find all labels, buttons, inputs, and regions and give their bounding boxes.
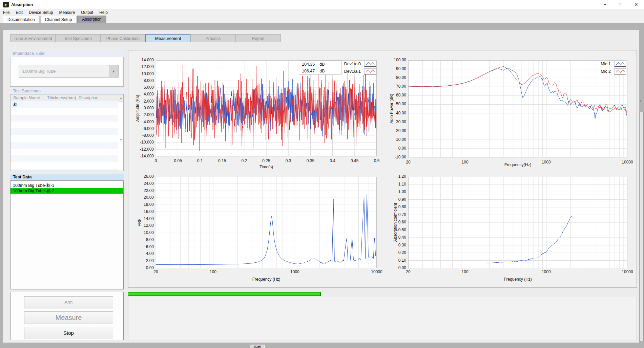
waveform-glyph-icon	[364, 61, 376, 67]
axis-tick: -10.00	[384, 155, 406, 159]
axis-tick: -4.000	[131, 119, 154, 124]
axis-tick: 0.2	[231, 158, 258, 163]
menu-file[interactable]: File	[0, 9, 13, 16]
axis-tick: -2.000	[131, 112, 154, 117]
axis-tick: 40.00	[384, 111, 406, 115]
level-readout-unit: dB	[319, 62, 325, 67]
legend-label: Mic 1	[601, 62, 611, 66]
level-readout-unit: dB	[319, 69, 325, 73]
axis-tick: 2.000	[131, 99, 154, 104]
test-data-header: Test Data	[10, 174, 124, 180]
menu-edit[interactable]: Edit	[13, 9, 26, 16]
y-axis-label: Auto Power (dB)	[389, 94, 394, 124]
axis-tick: 0.00	[384, 265, 406, 270]
subtab-report[interactable]: Report	[235, 34, 281, 42]
level-readout-value: 106.47	[302, 69, 315, 73]
y-axis-label: FRF	[137, 218, 142, 226]
axis-tick: -6.000	[131, 126, 154, 131]
menu-measure[interactable]: Measure	[56, 9, 78, 16]
subtab-test-specimen[interactable]: Test Specimen	[55, 34, 101, 42]
window-title: Absorption	[11, 2, 33, 7]
axis-tick: 0.1	[186, 158, 213, 163]
axis-tick: 100.00	[384, 58, 406, 62]
axis-tick: 4.00	[131, 251, 154, 256]
test-data-list: 100mm Big Tube-棉-1 100mm Big Tube-棉-2	[10, 180, 124, 289]
legend-entry[interactable]: Dev1/ai0	[344, 60, 376, 68]
plot-area	[156, 60, 377, 156]
axis-tick: 8.000	[131, 78, 154, 83]
close-button[interactable]: ✕	[628, 0, 644, 9]
progress-bar	[128, 292, 321, 296]
axis-tick: 70.00	[384, 84, 406, 89]
list-item-selected[interactable]: 100mm Big Tube-棉-2	[11, 188, 123, 194]
axis-tick: 12.000	[131, 64, 154, 69]
axis-tick: 0.45	[341, 158, 368, 163]
maximize-button[interactable]: □	[613, 0, 628, 9]
list-item[interactable]: 100mm Big Tube-棉-1	[11, 183, 123, 188]
axis-tick: 0.10	[384, 258, 406, 263]
legend-entry[interactable]: Dev1/ai1	[344, 68, 376, 75]
tube-select-dropdown[interactable]: 100mm Big Tube ▼	[19, 65, 119, 78]
subtab-tube-environment[interactable]: Tube & Environment	[10, 34, 56, 42]
axis-tick: -14.000	[131, 154, 154, 158]
stop-button[interactable]: Stop	[24, 327, 113, 339]
measure-button[interactable]: Measure	[24, 311, 113, 324]
level-readout-value: 104.35	[302, 62, 315, 67]
test-specimen-header: Test Specimen	[10, 88, 124, 94]
title-bar: ▶ Absorption − □ ✕	[0, 0, 644, 9]
table-rows-background	[11, 101, 118, 171]
axis-tick: 22.00	[131, 188, 154, 193]
table-row[interactable]: 棉	[11, 101, 18, 108]
axis-tick: 0	[142, 158, 169, 163]
axis-tick: 100	[200, 269, 227, 274]
tab-documentation[interactable]: Documentation	[3, 16, 40, 23]
tab-channel-setup[interactable]: Channel Setup	[40, 16, 77, 23]
waveform-glyph-icon	[614, 61, 626, 67]
main-tab-bar: Documentation Channel Setup Absorption	[0, 16, 644, 23]
axis-tick: 0.4	[319, 158, 346, 163]
legend-label: Dev1/ai1	[344, 69, 361, 74]
scroll-up-icon[interactable]: ▲	[120, 96, 122, 100]
plot-area	[408, 60, 627, 157]
dropdown-arrow-icon[interactable]: ▼	[109, 65, 118, 77]
axis-tick: 4.000	[131, 92, 154, 96]
column-sample-name: Sample Name	[11, 94, 44, 101]
menu-help[interactable]: Help	[96, 9, 111, 16]
subtab-measurement[interactable]: Measurement	[145, 34, 191, 42]
y-axis-label: Amplitude (Pa)	[135, 95, 140, 122]
y-axis-label: Absorption coefficient	[393, 203, 398, 242]
legend-entry[interactable]: Mic 1	[601, 60, 626, 68]
axis-tick: 2.00	[131, 258, 154, 263]
axis-tick: 10.000	[131, 71, 154, 76]
menu-device-setup[interactable]: Device Setup	[26, 9, 56, 16]
axis-tick: 10000	[614, 269, 641, 274]
absorption-page: Tube & Environment Test Specimen Phase C…	[3, 30, 639, 343]
subtab-process[interactable]: Process	[190, 34, 236, 42]
legend-entry[interactable]: Mic 2	[601, 68, 626, 75]
minimize-button[interactable]: −	[597, 0, 613, 9]
play-arrow-icon: ▶	[5, 3, 7, 6]
collapse-arrow-icon[interactable]: ‹	[640, 99, 641, 104]
absorption-coefficient-chart: Absorption coefficient Frequency (Hz) 1.…	[386, 167, 632, 282]
axis-tick: 12.00	[131, 223, 154, 228]
axis-tick: 0.000	[131, 106, 154, 110]
test-specimen-table: Sample Name Thickness(mm) Discription 棉 …	[10, 94, 124, 171]
arm-button[interactable]: Arm	[24, 296, 113, 308]
vertical-scrollbar-thumb[interactable]	[640, 112, 644, 341]
waveform-glyph-icon	[364, 68, 376, 74]
menu-output[interactable]: Output	[78, 9, 96, 16]
impedance-tube-header: Impendace Tube	[10, 50, 124, 57]
plot-legend: Mic 1 Mic 2	[601, 60, 626, 75]
status-panel	[128, 297, 637, 340]
scroll-down-icon[interactable]: ▼	[120, 138, 122, 142]
subtab-phase-calibration[interactable]: Phase Calibration	[100, 34, 146, 42]
taskbar-chip[interactable]: 画图	[250, 345, 265, 348]
tab-absorption[interactable]: Absorption	[77, 16, 106, 23]
window-controls: − □ ✕	[597, 0, 644, 9]
level-readout: 106.47dB	[299, 68, 341, 74]
axis-tick: 0.25	[253, 158, 280, 163]
tube-selected-value: 100mm Big Tube	[22, 65, 56, 77]
menu-bar: File Edit Device Setup Measure Output He…	[0, 9, 644, 16]
table-header-row: Sample Name Thickness(mm) Discription	[11, 94, 123, 102]
axis-tick: 18.00	[131, 202, 154, 207]
